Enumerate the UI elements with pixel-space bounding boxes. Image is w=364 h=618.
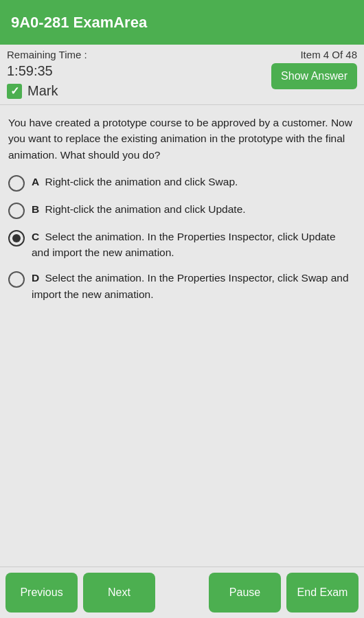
divider xyxy=(0,104,364,105)
radio-d[interactable] xyxy=(8,271,25,288)
timer-left: 1:59:35 ✓ Mark xyxy=(7,63,58,99)
mark-checkbox[interactable]: ✓ xyxy=(7,84,22,99)
option-c[interactable]: C Select the animation. In the Propertie… xyxy=(8,229,356,261)
option-b-text: B Right-click the animation and click Up… xyxy=(32,201,246,217)
checkmark-icon: ✓ xyxy=(10,84,19,98)
option-b-letter: B xyxy=(32,203,39,215)
timer-row: 1:59:35 ✓ Mark Show Answer xyxy=(0,60,364,102)
app-header: 9A0-281 ExamArea xyxy=(0,0,364,45)
option-c-letter: C xyxy=(32,231,39,242)
pause-button[interactable]: Pause xyxy=(209,573,281,613)
option-a-letter: A xyxy=(32,176,39,187)
option-a-text: A Right-click the animation and click Sw… xyxy=(32,174,238,190)
question-text: You have created a prototype course to b… xyxy=(8,115,356,163)
option-c-text: C Select the animation. In the Propertie… xyxy=(32,229,356,261)
radio-b[interactable] xyxy=(8,203,25,219)
radio-c-fill xyxy=(12,234,21,242)
show-answer-button[interactable]: Show Answer xyxy=(271,63,357,89)
item-counter: Item 4 Of 48 xyxy=(300,49,357,60)
radio-a[interactable] xyxy=(8,175,25,192)
mark-label: Mark xyxy=(27,83,58,99)
option-b[interactable]: B Right-click the animation and click Up… xyxy=(8,201,356,219)
timer-value: 1:59:35 xyxy=(7,63,58,79)
bottom-nav: Previous Next Pause End Exam xyxy=(0,566,364,618)
app-title: 9A0-281 ExamArea xyxy=(11,14,147,32)
option-d[interactable]: D Select the animation. In the Propertie… xyxy=(8,270,356,302)
radio-c[interactable] xyxy=(8,230,25,247)
previous-button[interactable]: Previous xyxy=(5,573,78,613)
end-exam-button[interactable]: End Exam xyxy=(286,573,359,613)
options-list: A Right-click the animation and click Sw… xyxy=(8,174,356,302)
option-d-text: D Select the animation. In the Propertie… xyxy=(32,270,356,302)
mark-row: ✓ Mark xyxy=(7,83,58,99)
option-d-letter: D xyxy=(32,272,39,284)
content-area: You have created a prototype course to b… xyxy=(0,108,364,566)
option-a[interactable]: A Right-click the animation and click Sw… xyxy=(8,174,356,192)
remaining-time-label: Remaining Time : xyxy=(7,49,87,60)
next-button[interactable]: Next xyxy=(83,573,155,613)
sub-header: Remaining Time : Item 4 Of 48 xyxy=(0,45,364,60)
